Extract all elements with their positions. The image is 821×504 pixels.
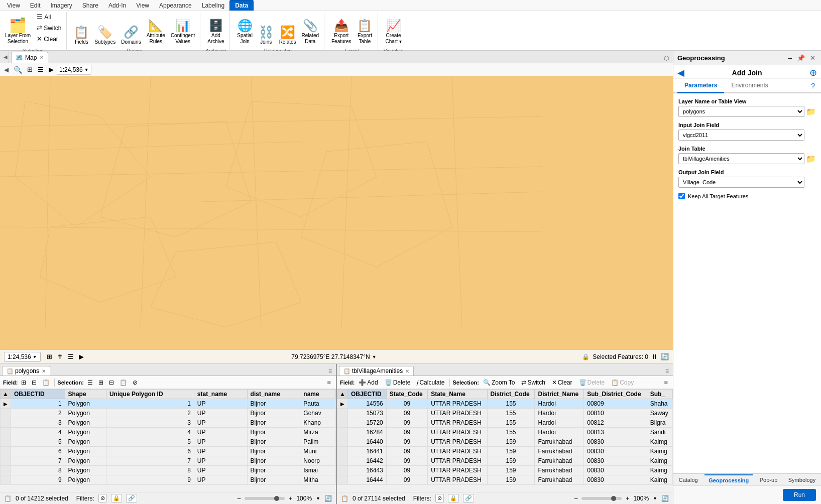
filter-btn-a1[interactable]: ⊘ — [435, 494, 444, 502]
gp-close-btn[interactable]: ✕ — [808, 54, 817, 62]
sel-btn3[interactable]: ⊟ — [107, 379, 116, 387]
field-btn1[interactable]: ⊞ — [19, 379, 28, 387]
bottom-tab-symbology[interactable]: Symbology — [784, 475, 819, 485]
subtypes-button[interactable]: 🏷️ Subtypes — [92, 24, 118, 46]
tab-edit[interactable]: Edit — [25, 1, 46, 11]
scale-display[interactable]: 1:24,536 ▼ — [4, 352, 41, 362]
map-tool2[interactable]: ✝ — [55, 352, 65, 361]
acol-sn[interactable]: State_Name — [428, 390, 487, 399]
spatial-join-button[interactable]: 🌐 SpatialJoin — [235, 18, 255, 46]
refresh-p[interactable]: 🔄 — [324, 495, 332, 502]
filter-btn-a2[interactable]: 🔒 — [448, 494, 459, 502]
export-table-button[interactable]: 📋 ExportTable — [355, 18, 375, 46]
amenities-switch-btn[interactable]: ⇄ Switch — [519, 379, 547, 387]
table-row[interactable]: 9 Polygon 9 UP Bijnor Mitha — [1, 475, 336, 485]
filter-btn-a3[interactable]: 🔗 — [463, 494, 474, 502]
scale-select[interactable]: 1:24,536 ▼ — [57, 65, 91, 75]
refresh-button[interactable]: 🔄 — [661, 353, 669, 360]
amenities-add-btn[interactable]: ➕ Add — [356, 379, 380, 387]
filter-btn-p2[interactable]: 🔒 — [111, 494, 122, 502]
gp-keep-all-checkbox[interactable] — [678, 193, 685, 199]
polygons-tab-close[interactable]: ✕ — [42, 368, 46, 374]
table-row[interactable]: 6 Polygon 6 UP Bijnor Muni — [1, 447, 336, 456]
map-tool1[interactable]: ⊞ — [45, 352, 54, 361]
gp-join-table-folder-icon[interactable]: 📁 — [806, 154, 816, 164]
table-row[interactable]: 3 Polygon 3 UP Bijnor Khanp — [1, 418, 336, 428]
filter-btn-p3[interactable]: 🔗 — [126, 494, 137, 502]
tab-data[interactable]: Data — [229, 0, 254, 11]
filter-btn-p1[interactable]: ⊘ — [98, 494, 107, 502]
field-btn3[interactable]: 📋 — [40, 379, 52, 387]
amenities-delete2-btn[interactable]: 🗑️ Delete — [576, 379, 608, 387]
gp-tab-parameters[interactable]: Parameters — [677, 79, 724, 93]
table-row[interactable]: 16284 09 UTTAR PRADESH 155 Hardoi 00813 … — [337, 428, 673, 437]
sel-btn1[interactable]: ☰ — [85, 379, 95, 387]
polygons-tab[interactable]: 📋 polygons ✕ — [2, 366, 50, 375]
related-data-button[interactable]: 📎 RelatedData — [300, 18, 321, 46]
map-arrow[interactable]: ▶ — [47, 65, 56, 74]
clear-button[interactable]: ✕ Clear — [35, 34, 63, 44]
gp-join-table-select[interactable]: tblVillageAmenities — [678, 153, 804, 164]
relates-button[interactable]: 🔀 Relates — [277, 24, 298, 46]
col-stat[interactable]: stat_name — [194, 390, 247, 399]
polygons-table-container[interactable]: ▲ OBJECTID Shape Unique Polygon ID stat_… — [0, 389, 336, 492]
bottom-tab-geoprocessing[interactable]: Geoprocessing — [705, 474, 753, 485]
sel-btn2[interactable]: ⊞ — [96, 379, 105, 387]
table-row[interactable]: ▶ 1 Polygon 1 UP Bijnor Pauta — [1, 399, 336, 409]
table-row[interactable]: 8 Polygon 8 UP Bijnor Ismai — [1, 466, 336, 475]
domains-button[interactable]: 🔗 Domains — [119, 24, 143, 46]
amenities-toolbar-overflow[interactable]: ≡ — [662, 378, 670, 387]
bottom-tab-catalog[interactable]: Catalog — [675, 475, 702, 485]
gp-help-button[interactable]: ? — [809, 80, 817, 92]
table-row[interactable]: 4 Polygon 4 UP Bijnor Mirza — [1, 428, 336, 437]
amenities-table-container[interactable]: ▲ OBJECTID State_Code State_Name Distric… — [337, 389, 673, 492]
table-row[interactable]: 5 Polygon 5 UP Bijnor Palim — [1, 437, 336, 447]
all-button[interactable]: ☰ All — [35, 12, 63, 22]
map-tab-close[interactable]: ✕ — [40, 55, 44, 60]
col-name[interactable]: name — [300, 390, 336, 399]
layer-from-selection-button[interactable]: 🗂️ Layer FromSelection — [3, 18, 33, 46]
zoom-slider-a[interactable] — [581, 497, 622, 500]
gp-tab-environments[interactable]: Environments — [724, 79, 775, 92]
pause-button[interactable]: ⏸ — [651, 353, 658, 360]
amenities-zoom-btn[interactable]: 🔍 Zoom To — [481, 379, 517, 387]
table-row[interactable]: 16440 09 UTTAR PRADESH 159 Farrukhabad 0… — [337, 437, 673, 447]
table-row[interactable]: 16443 09 UTTAR PRADESH 159 Farrukhabad 0… — [337, 466, 673, 475]
amenities-delete-btn[interactable]: 🗑️ Delete — [382, 379, 413, 387]
table-row[interactable]: 7 Polygon 7 UP Bijnor Noorp — [1, 456, 336, 466]
acol-dc[interactable]: District_Code — [487, 390, 535, 399]
export-features-button[interactable]: 📤 ExportFeatures — [329, 18, 353, 46]
zoom-slider-p[interactable] — [245, 497, 285, 500]
map-tool4[interactable]: ▶ — [77, 352, 86, 361]
tab-share[interactable]: Share — [77, 1, 103, 11]
acol-objectid[interactable]: OBJECTID — [347, 390, 386, 399]
map-tab[interactable]: 🗺️ Map ✕ — [11, 52, 48, 63]
tab-imagery[interactable]: Imagery — [45, 1, 77, 11]
table-row[interactable]: 15720 09 UTTAR PRADESH 155 Hardoi 00812 … — [337, 418, 673, 428]
gp-minimize-btn[interactable]: – — [787, 54, 793, 62]
bottom-tab-popup[interactable]: Pop-up — [756, 475, 781, 485]
map-list[interactable]: ☰ — [36, 65, 46, 74]
amenities-clear-btn[interactable]: ✕ Clear — [549, 379, 575, 387]
polygons-toolbar-overflow[interactable]: ≡ — [325, 378, 333, 387]
tab-labeling[interactable]: Labeling — [197, 1, 229, 11]
table-row[interactable]: ▶ 14556 09 UTTAR PRADESH 155 Hardoi 0080… — [337, 399, 673, 409]
amenities-tab[interactable]: 📋 tblVillageAmenities ✕ — [339, 366, 414, 375]
table-row[interactable]: 15073 09 UTTAR PRADESH 155 Hardoi 00810 … — [337, 409, 673, 418]
field-btn2[interactable]: ⊟ — [30, 379, 39, 387]
switch-button[interactable]: ⇄ Switch — [35, 23, 63, 33]
map-view[interactable]: 1:24,536 ▼ ⊞ ✝ ☰ ▶ 79.7236975°E 27.71483… — [0, 76, 673, 363]
tab-addin[interactable]: Add-In — [103, 1, 131, 11]
gp-input-join-select[interactable]: vlgcd2011 — [678, 130, 804, 141]
polygons-tab-dropdown[interactable]: ≡ — [326, 366, 334, 375]
col-sort-indicator[interactable]: ▲ — [1, 390, 11, 399]
tab-expand[interactable]: ⬡ — [662, 54, 671, 63]
gp-pin-btn[interactable]: 📌 — [795, 54, 806, 62]
acol-sdc[interactable]: Sub_District_Code — [584, 390, 647, 399]
attribute-rules-button[interactable]: 📐 AttributeRules — [145, 18, 167, 46]
amenities-tab-dropdown[interactable]: ≡ — [663, 366, 671, 375]
acol-sc[interactable]: State_Code — [386, 390, 427, 399]
tab-appearance[interactable]: Appearance — [154, 1, 197, 11]
map-grid[interactable]: ⊞ — [25, 65, 35, 74]
amenities-calculate-btn[interactable]: 𝑓 Calculate — [414, 379, 447, 387]
